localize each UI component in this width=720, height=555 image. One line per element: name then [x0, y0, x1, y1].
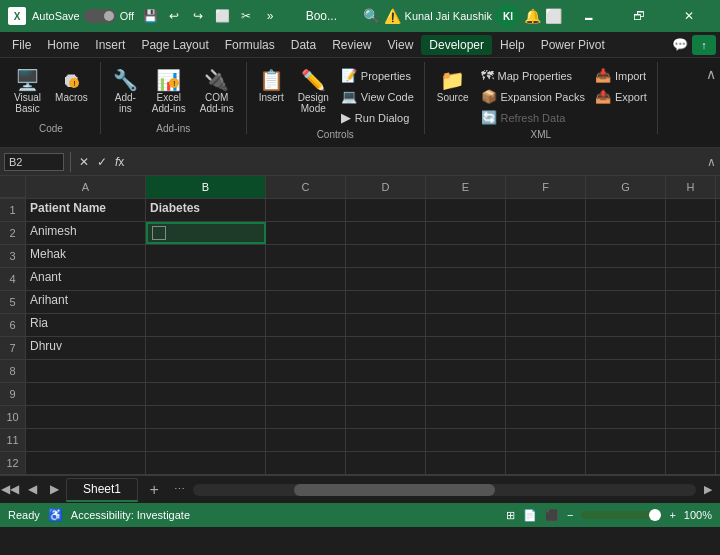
- cell-e12[interactable]: [426, 452, 506, 474]
- checkbox-b2[interactable]: [152, 226, 166, 240]
- autosave-toggle-pill[interactable]: [84, 9, 116, 23]
- sheet-tab-sheet1[interactable]: Sheet1: [66, 478, 138, 502]
- row-header-8[interactable]: 8: [0, 360, 26, 382]
- import-button[interactable]: 📥 Import: [591, 66, 651, 85]
- visual-basic-button[interactable]: 🖥️ VisualBasic: [8, 66, 47, 118]
- col-header-h[interactable]: H: [666, 176, 716, 198]
- cell-h2[interactable]: [666, 222, 716, 244]
- cell-b6[interactable]: [146, 314, 266, 336]
- cell-g3[interactable]: [586, 245, 666, 267]
- properties-button[interactable]: 📝 Properties: [337, 66, 418, 85]
- sheet-nav-next[interactable]: ▶: [44, 479, 64, 499]
- scroll-right-icon[interactable]: ▶: [704, 483, 712, 496]
- macros-button[interactable]: ⏺ ! Macros: [49, 66, 94, 107]
- menu-formulas[interactable]: Formulas: [217, 35, 283, 55]
- cell-h6[interactable]: [666, 314, 716, 336]
- cell-b4[interactable]: [146, 268, 266, 290]
- cell-f11[interactable]: [506, 429, 586, 451]
- cell-e3[interactable]: [426, 245, 506, 267]
- menu-developer[interactable]: Developer: [421, 35, 492, 55]
- cell-c3[interactable]: [266, 245, 346, 267]
- cell-h1[interactable]: [666, 199, 716, 221]
- horizontal-scrollbar[interactable]: [193, 484, 696, 496]
- cell-g6[interactable]: [586, 314, 666, 336]
- cell-b5[interactable]: [146, 291, 266, 313]
- menu-view[interactable]: View: [380, 35, 422, 55]
- cell-d6[interactable]: [346, 314, 426, 336]
- form-icon[interactable]: ⬜: [212, 6, 232, 26]
- notification-icon[interactable]: 🔔: [524, 8, 541, 24]
- row-header-10[interactable]: 10: [0, 406, 26, 428]
- menu-power-pivot[interactable]: Power Pivot: [533, 35, 613, 55]
- cell-h3[interactable]: [666, 245, 716, 267]
- cell-e5[interactable]: [426, 291, 506, 313]
- row-header-1[interactable]: 1: [0, 199, 26, 221]
- cell-h9[interactable]: [666, 383, 716, 405]
- avatar[interactable]: KI: [496, 4, 520, 28]
- cell-e2[interactable]: [426, 222, 506, 244]
- cell-d5[interactable]: [346, 291, 426, 313]
- cut-icon[interactable]: ✂: [236, 6, 256, 26]
- cell-g4[interactable]: [586, 268, 666, 290]
- cell-h8[interactable]: [666, 360, 716, 382]
- cell-f1[interactable]: [506, 199, 586, 221]
- cell-h12[interactable]: [666, 452, 716, 474]
- insert-button[interactable]: 📋 Insert: [253, 66, 290, 107]
- cell-e7[interactable]: [426, 337, 506, 359]
- cell-reference-input[interactable]: [4, 153, 64, 171]
- share-icon[interactable]: ↑: [692, 35, 716, 55]
- formula-expand-icon[interactable]: ∧: [707, 155, 716, 169]
- cell-f8[interactable]: [506, 360, 586, 382]
- zoom-slider[interactable]: [581, 511, 661, 519]
- cell-c11[interactable]: [266, 429, 346, 451]
- cell-c10[interactable]: [266, 406, 346, 428]
- accessibility-icon[interactable]: ♿: [48, 508, 63, 522]
- refresh-data-button[interactable]: 🔄 Refresh Data: [477, 108, 589, 127]
- cell-g9[interactable]: [586, 383, 666, 405]
- cell-f3[interactable]: [506, 245, 586, 267]
- cell-g5[interactable]: [586, 291, 666, 313]
- cell-e1[interactable]: [426, 199, 506, 221]
- redo-icon[interactable]: ↪: [188, 6, 208, 26]
- col-header-d[interactable]: D: [346, 176, 426, 198]
- row-header-4[interactable]: 4: [0, 268, 26, 290]
- cell-b8[interactable]: [146, 360, 266, 382]
- source-button[interactable]: 📁 Source: [431, 66, 475, 107]
- row-header-12[interactable]: 12: [0, 452, 26, 474]
- cell-g7[interactable]: [586, 337, 666, 359]
- view-code-button[interactable]: 💻 View Code: [337, 87, 418, 106]
- row-header-9[interactable]: 9: [0, 383, 26, 405]
- cell-f12[interactable]: [506, 452, 586, 474]
- cell-c7[interactable]: [266, 337, 346, 359]
- cell-a6[interactable]: Ria: [26, 314, 146, 336]
- col-header-e[interactable]: E: [426, 176, 506, 198]
- page-break-view-icon[interactable]: ⬛: [545, 509, 559, 522]
- cell-b2[interactable]: [146, 222, 266, 244]
- cell-d11[interactable]: [346, 429, 426, 451]
- scrollbar-thumb[interactable]: [294, 484, 495, 496]
- row-header-2[interactable]: 2: [0, 222, 26, 244]
- cell-c5[interactable]: [266, 291, 346, 313]
- menu-insert[interactable]: Insert: [87, 35, 133, 55]
- save-icon[interactable]: 💾: [140, 6, 160, 26]
- expansion-packs-button[interactable]: 📦 Expansion Packs: [477, 87, 589, 106]
- cell-c1[interactable]: [266, 199, 346, 221]
- col-header-b[interactable]: B: [146, 176, 266, 198]
- comment-icon[interactable]: 💬: [672, 37, 688, 52]
- menu-help[interactable]: Help: [492, 35, 533, 55]
- cell-e8[interactable]: [426, 360, 506, 382]
- cell-b11[interactable]: [146, 429, 266, 451]
- cell-a5[interactable]: Arihant: [26, 291, 146, 313]
- cell-b10[interactable]: [146, 406, 266, 428]
- page-layout-view-icon[interactable]: 📄: [523, 509, 537, 522]
- row-header-11[interactable]: 11: [0, 429, 26, 451]
- com-addins-button[interactable]: 🔌 COMAdd-ins: [194, 66, 240, 118]
- cell-f9[interactable]: [506, 383, 586, 405]
- cell-b9[interactable]: [146, 383, 266, 405]
- cell-f4[interactable]: [506, 268, 586, 290]
- formula-input[interactable]: [130, 156, 703, 168]
- normal-view-icon[interactable]: ⊞: [506, 509, 515, 522]
- cell-d1[interactable]: [346, 199, 426, 221]
- menu-home[interactable]: Home: [39, 35, 87, 55]
- cell-c8[interactable]: [266, 360, 346, 382]
